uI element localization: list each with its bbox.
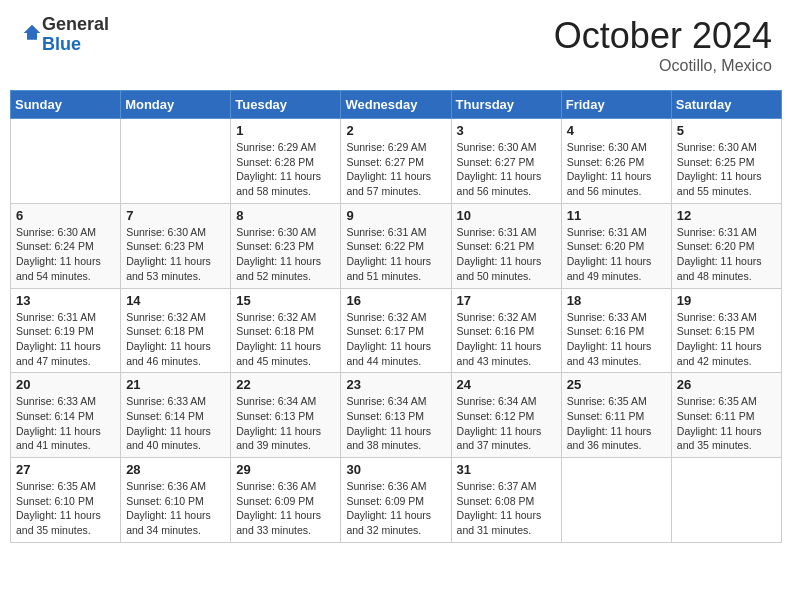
- sunset-text: Sunset: 6:11 PM: [677, 410, 755, 422]
- calendar-cell: 10 Sunrise: 6:31 AM Sunset: 6:21 PM Dayl…: [451, 203, 561, 288]
- daylight-text: Daylight: 11 hours and 34 minutes.: [126, 509, 211, 536]
- col-friday: Friday: [561, 91, 671, 119]
- day-info: Sunrise: 6:29 AM Sunset: 6:27 PM Dayligh…: [346, 140, 445, 199]
- sunrise-text: Sunrise: 6:35 AM: [567, 395, 647, 407]
- sunrise-text: Sunrise: 6:30 AM: [126, 226, 206, 238]
- calendar-week-row: 27 Sunrise: 6:35 AM Sunset: 6:10 PM Dayl…: [11, 458, 782, 543]
- daylight-text: Daylight: 11 hours and 32 minutes.: [346, 509, 431, 536]
- day-info: Sunrise: 6:30 AM Sunset: 6:23 PM Dayligh…: [236, 225, 335, 284]
- day-number: 9: [346, 208, 445, 223]
- sunset-text: Sunset: 6:20 PM: [677, 240, 755, 252]
- day-number: 26: [677, 377, 776, 392]
- sunset-text: Sunset: 6:19 PM: [16, 325, 94, 337]
- day-number: 14: [126, 293, 225, 308]
- logo-general: General: [42, 14, 109, 34]
- daylight-text: Daylight: 11 hours and 38 minutes.: [346, 425, 431, 452]
- daylight-text: Daylight: 11 hours and 56 minutes.: [457, 170, 542, 197]
- calendar-cell: 16 Sunrise: 6:32 AM Sunset: 6:17 PM Dayl…: [341, 288, 451, 373]
- calendar-cell: 23 Sunrise: 6:34 AM Sunset: 6:13 PM Dayl…: [341, 373, 451, 458]
- sunrise-text: Sunrise: 6:36 AM: [346, 480, 426, 492]
- day-info: Sunrise: 6:34 AM Sunset: 6:13 PM Dayligh…: [346, 394, 445, 453]
- sunrise-text: Sunrise: 6:36 AM: [126, 480, 206, 492]
- day-number: 15: [236, 293, 335, 308]
- calendar-cell: [11, 119, 121, 204]
- col-tuesday: Tuesday: [231, 91, 341, 119]
- daylight-text: Daylight: 11 hours and 40 minutes.: [126, 425, 211, 452]
- sunset-text: Sunset: 6:18 PM: [126, 325, 204, 337]
- daylight-text: Daylight: 11 hours and 51 minutes.: [346, 255, 431, 282]
- sunset-text: Sunset: 6:12 PM: [457, 410, 535, 422]
- day-number: 22: [236, 377, 335, 392]
- sunset-text: Sunset: 6:08 PM: [457, 495, 535, 507]
- day-number: 13: [16, 293, 115, 308]
- day-info: Sunrise: 6:33 AM Sunset: 6:15 PM Dayligh…: [677, 310, 776, 369]
- logo-blue: Blue: [42, 34, 81, 54]
- sunrise-text: Sunrise: 6:34 AM: [457, 395, 537, 407]
- calendar-cell: 11 Sunrise: 6:31 AM Sunset: 6:20 PM Dayl…: [561, 203, 671, 288]
- day-info: Sunrise: 6:32 AM Sunset: 6:18 PM Dayligh…: [126, 310, 225, 369]
- day-info: Sunrise: 6:30 AM Sunset: 6:26 PM Dayligh…: [567, 140, 666, 199]
- daylight-text: Daylight: 11 hours and 43 minutes.: [457, 340, 542, 367]
- day-number: 28: [126, 462, 225, 477]
- sunrise-text: Sunrise: 6:35 AM: [16, 480, 96, 492]
- day-number: 6: [16, 208, 115, 223]
- title-block: October 2024 Ocotillo, Mexico: [554, 15, 772, 75]
- daylight-text: Daylight: 11 hours and 49 minutes.: [567, 255, 652, 282]
- day-number: 12: [677, 208, 776, 223]
- calendar-cell: 26 Sunrise: 6:35 AM Sunset: 6:11 PM Dayl…: [671, 373, 781, 458]
- day-info: Sunrise: 6:33 AM Sunset: 6:14 PM Dayligh…: [126, 394, 225, 453]
- day-number: 27: [16, 462, 115, 477]
- sunset-text: Sunset: 6:16 PM: [457, 325, 535, 337]
- sunset-text: Sunset: 6:13 PM: [346, 410, 424, 422]
- sunset-text: Sunset: 6:13 PM: [236, 410, 314, 422]
- sunset-text: Sunset: 6:28 PM: [236, 156, 314, 168]
- calendar-cell: 12 Sunrise: 6:31 AM Sunset: 6:20 PM Dayl…: [671, 203, 781, 288]
- sunset-text: Sunset: 6:10 PM: [126, 495, 204, 507]
- sunrise-text: Sunrise: 6:34 AM: [346, 395, 426, 407]
- calendar-cell: 18 Sunrise: 6:33 AM Sunset: 6:16 PM Dayl…: [561, 288, 671, 373]
- calendar-cell: 15 Sunrise: 6:32 AM Sunset: 6:18 PM Dayl…: [231, 288, 341, 373]
- daylight-text: Daylight: 11 hours and 36 minutes.: [567, 425, 652, 452]
- day-info: Sunrise: 6:36 AM Sunset: 6:10 PM Dayligh…: [126, 479, 225, 538]
- day-number: 5: [677, 123, 776, 138]
- sunset-text: Sunset: 6:26 PM: [567, 156, 645, 168]
- logo-icon: [22, 23, 42, 43]
- sunrise-text: Sunrise: 6:29 AM: [236, 141, 316, 153]
- sunset-text: Sunset: 6:14 PM: [126, 410, 204, 422]
- calendar-week-row: 20 Sunrise: 6:33 AM Sunset: 6:14 PM Dayl…: [11, 373, 782, 458]
- daylight-text: Daylight: 11 hours and 41 minutes.: [16, 425, 101, 452]
- calendar-cell: 13 Sunrise: 6:31 AM Sunset: 6:19 PM Dayl…: [11, 288, 121, 373]
- day-info: Sunrise: 6:35 AM Sunset: 6:11 PM Dayligh…: [567, 394, 666, 453]
- daylight-text: Daylight: 11 hours and 33 minutes.: [236, 509, 321, 536]
- day-number: 30: [346, 462, 445, 477]
- sunrise-text: Sunrise: 6:37 AM: [457, 480, 537, 492]
- day-number: 8: [236, 208, 335, 223]
- calendar-cell: 24 Sunrise: 6:34 AM Sunset: 6:12 PM Dayl…: [451, 373, 561, 458]
- col-thursday: Thursday: [451, 91, 561, 119]
- sunrise-text: Sunrise: 6:34 AM: [236, 395, 316, 407]
- day-number: 4: [567, 123, 666, 138]
- day-number: 24: [457, 377, 556, 392]
- calendar-cell: 7 Sunrise: 6:30 AM Sunset: 6:23 PM Dayli…: [121, 203, 231, 288]
- calendar-cell: 30 Sunrise: 6:36 AM Sunset: 6:09 PM Dayl…: [341, 458, 451, 543]
- col-monday: Monday: [121, 91, 231, 119]
- col-sunday: Sunday: [11, 91, 121, 119]
- day-number: 2: [346, 123, 445, 138]
- calendar-cell: [671, 458, 781, 543]
- calendar-cell: 19 Sunrise: 6:33 AM Sunset: 6:15 PM Dayl…: [671, 288, 781, 373]
- sunset-text: Sunset: 6:27 PM: [346, 156, 424, 168]
- day-info: Sunrise: 6:35 AM Sunset: 6:10 PM Dayligh…: [16, 479, 115, 538]
- sunrise-text: Sunrise: 6:33 AM: [567, 311, 647, 323]
- day-info: Sunrise: 6:31 AM Sunset: 6:22 PM Dayligh…: [346, 225, 445, 284]
- daylight-text: Daylight: 11 hours and 43 minutes.: [567, 340, 652, 367]
- calendar-cell: 3 Sunrise: 6:30 AM Sunset: 6:27 PM Dayli…: [451, 119, 561, 204]
- sunset-text: Sunset: 6:24 PM: [16, 240, 94, 252]
- calendar-week-row: 13 Sunrise: 6:31 AM Sunset: 6:19 PM Dayl…: [11, 288, 782, 373]
- sunrise-text: Sunrise: 6:32 AM: [236, 311, 316, 323]
- day-info: Sunrise: 6:30 AM Sunset: 6:27 PM Dayligh…: [457, 140, 556, 199]
- calendar-cell: 14 Sunrise: 6:32 AM Sunset: 6:18 PM Dayl…: [121, 288, 231, 373]
- daylight-text: Daylight: 11 hours and 47 minutes.: [16, 340, 101, 367]
- daylight-text: Daylight: 11 hours and 50 minutes.: [457, 255, 542, 282]
- sunset-text: Sunset: 6:17 PM: [346, 325, 424, 337]
- sunset-text: Sunset: 6:09 PM: [236, 495, 314, 507]
